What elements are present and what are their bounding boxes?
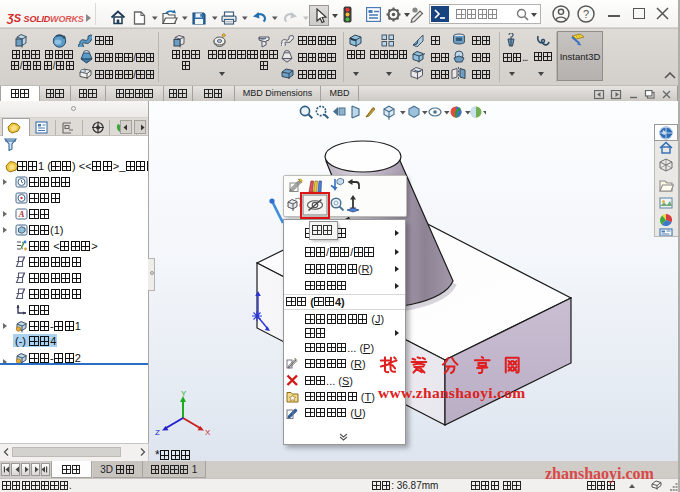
- svg-text:A: A: [18, 209, 25, 219]
- svg-text:X: X: [205, 428, 211, 437]
- svg-text:Y: Y: [181, 389, 187, 398]
- svg-text:?: ?: [583, 8, 589, 20]
- svg-text:Z: Z: [155, 428, 160, 437]
